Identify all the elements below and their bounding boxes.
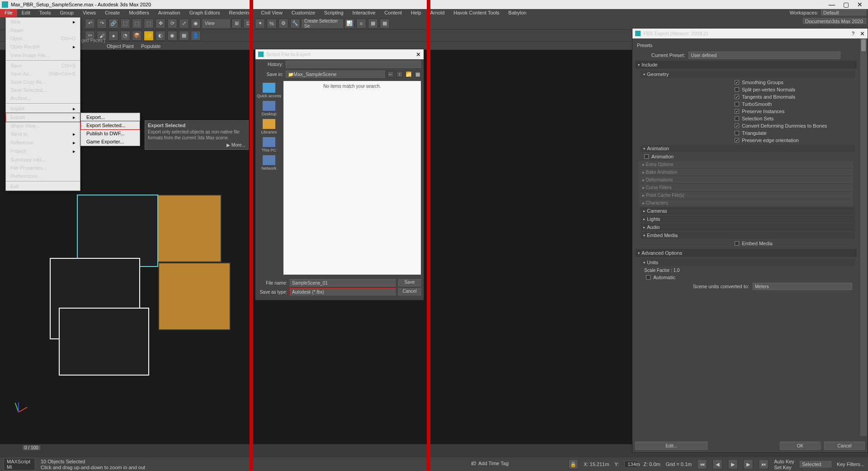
workspace-combo[interactable]: Default [821, 10, 866, 15]
sidebar-desktop[interactable]: Desktop [261, 101, 276, 116]
menu-item-reference[interactable]: Reference▸ [6, 138, 80, 147]
tool-icon[interactable]: ⚙ [278, 19, 288, 29]
scrollbar[interactable] [860, 38, 867, 436]
menu-item-share-view-[interactable]: Share View... [6, 122, 80, 130]
newfolder-icon[interactable]: 📁 [406, 71, 412, 77]
automatic-checkbox[interactable] [646, 275, 651, 280]
view-icon[interactable]: ▦ [415, 71, 421, 77]
tool-icon[interactable]: ⬚ [120, 19, 130, 29]
populate-tab[interactable]: Populate [141, 43, 160, 49]
tool-icon[interactable]: % [267, 19, 277, 29]
units-section[interactable]: Units [641, 259, 855, 266]
tool-icon[interactable]: ⟳ [167, 19, 177, 29]
lights-section[interactable]: Lights [641, 215, 855, 223]
tool-icon[interactable]: ⬚ [144, 19, 154, 29]
anim-subsection[interactable]: ▸ Characters [639, 200, 853, 206]
checkbox[interactable] [735, 109, 739, 114]
play-first-icon[interactable]: ⏮ [697, 459, 707, 469]
maxscript-listener[interactable]: MAXScript Mi [4, 458, 35, 471]
view-combo[interactable]: View [203, 19, 230, 28]
tool-icon[interactable]: 🔗 [108, 19, 118, 29]
tool-icon[interactable]: ▦ [380, 19, 390, 29]
tool-icon[interactable]: ↶ [85, 19, 95, 29]
tooltip-more[interactable]: ▶ More... [148, 143, 245, 147]
checkbox[interactable] [735, 124, 739, 128]
tool-icon[interactable]: ⬚ [132, 19, 142, 29]
checkbox[interactable] [735, 95, 739, 99]
ok-button[interactable]: OK [780, 442, 821, 450]
menu-item-save-selected-[interactable]: Save Selected... [6, 86, 80, 94]
tool-icon[interactable]: ⊞ [231, 19, 241, 29]
include-section[interactable]: Include [635, 61, 857, 69]
menu-civil-view[interactable]: Civil View [256, 9, 287, 17]
advanced-section[interactable]: Advanced Options [635, 249, 857, 257]
menu-babylon[interactable]: Babylon [504, 9, 531, 17]
tag-icon[interactable]: 🏷 [470, 460, 476, 466]
menu-item-save-copy-as-[interactable]: Save Copy As... [6, 78, 80, 86]
tool-icon[interactable]: LP [144, 31, 154, 41]
submenu-item[interactable]: Publish to DWF... [81, 129, 140, 138]
save-button[interactable]: Save [398, 279, 421, 286]
close-icon[interactable]: ✕ [416, 51, 421, 58]
menu-views[interactable]: Views [78, 9, 100, 17]
menu-item-open-recent[interactable]: Open Recent▸ [6, 43, 80, 51]
audio-section[interactable]: Audio [641, 224, 855, 231]
tool-icon[interactable]: ◉ [191, 19, 201, 29]
tool-icon[interactable]: ▦ [179, 31, 189, 41]
savein-combo[interactable]: 📁 Max_SampleScene [286, 71, 385, 78]
tool-icon[interactable]: ◉ [167, 31, 177, 41]
submenu-item[interactable]: Export Selected... [81, 121, 140, 129]
selection-combo[interactable]: Create Selection Se [302, 19, 343, 28]
menu-content[interactable]: Content [380, 9, 406, 17]
edit-button[interactable]: Edit... [635, 442, 708, 450]
menu-havok-content-tools[interactable]: Havok Content Tools [449, 9, 504, 17]
play-icon[interactable]: ▶ [728, 459, 738, 469]
anim-subsection[interactable]: ▸ Extra Options [639, 161, 853, 168]
menu-item-archive-[interactable]: Archive... [6, 94, 80, 102]
scrollbar-thumb[interactable] [861, 39, 866, 51]
file-list[interactable]: No items match your search. [283, 81, 421, 275]
setkey-button[interactable]: Set Key [774, 465, 794, 470]
tool-icon[interactable]: ◐ [156, 31, 165, 41]
sidebar-network[interactable]: Network [261, 155, 276, 171]
history-combo[interactable] [286, 61, 421, 68]
cancel-button[interactable]: Cancel [398, 288, 421, 295]
checkbox[interactable] [735, 80, 739, 85]
cameras-section[interactable]: Cameras [641, 207, 855, 214]
tool-icon[interactable]: ✦ [255, 19, 265, 29]
embed-section[interactable]: Embed Media [641, 232, 855, 239]
tool-icon[interactable]: 📦 [132, 31, 142, 41]
animation-checkbox[interactable] [644, 154, 649, 159]
sidebar-this-pc[interactable]: This PC [262, 137, 276, 152]
menu-graph-editors[interactable]: Graph Editors [185, 9, 225, 17]
menu-file[interactable]: File [0, 9, 17, 17]
anim-subsection[interactable]: ▸ Deformations [639, 176, 853, 183]
menu-item-save[interactable]: SaveCtrl+S [6, 62, 80, 70]
tool-icon[interactable]: ↷ [97, 19, 107, 29]
tool-icon[interactable]: ⤢ [179, 19, 189, 29]
minimize-button[interactable]: — [829, 1, 835, 8]
menu-interactive[interactable]: Interactive [348, 9, 380, 17]
menu-modifiers[interactable]: Modifiers [124, 9, 154, 17]
embed-checkbox[interactable] [735, 241, 739, 246]
units-combo[interactable]: Meters [753, 283, 852, 290]
menu-create[interactable]: Create [100, 9, 124, 17]
tool-icon[interactable]: ≡ [356, 19, 366, 29]
cube[interactable] [59, 308, 149, 376]
animation-section[interactable]: Animation [641, 145, 855, 152]
menu-item-summary-info-[interactable]: Summary Info... [6, 156, 80, 164]
menu-item-project[interactable]: Project▸ [6, 147, 80, 156]
cancel-button[interactable]: Cancel [824, 442, 865, 450]
menu-item-new[interactable]: New▸ [6, 18, 80, 26]
checkbox[interactable] [735, 138, 739, 143]
sidebar-libraries[interactable]: Libraries [261, 119, 277, 134]
keyfilters-button[interactable]: Key Filters... [837, 461, 864, 467]
geometry-section[interactable]: Geometry [641, 71, 855, 78]
help-icon[interactable]: ? [852, 31, 854, 36]
checkbox[interactable] [735, 116, 739, 121]
menu-edit[interactable]: Edit [17, 9, 35, 17]
path-combo[interactable]: Documents\3ds Max 2020 [803, 18, 866, 24]
saveastype-combo[interactable]: Autodesk (*.fbx) [290, 288, 396, 295]
submenu-item[interactable]: Game Exporter... [81, 138, 140, 146]
menu-item-reset[interactable]: Reset [6, 26, 80, 34]
